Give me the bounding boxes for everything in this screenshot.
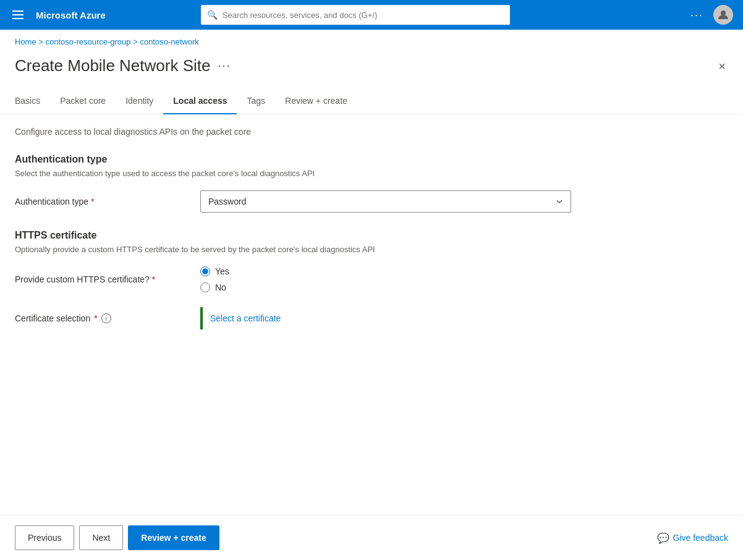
provide-cert-label: Provide custom HTTPS certificate? * <box>15 274 200 284</box>
page-header: Create Mobile Network Site ··· × <box>0 49 743 75</box>
cert-required-marker: * <box>94 313 97 323</box>
radio-yes-label: Yes <box>215 266 229 276</box>
auth-section: Authentication type Select the authentic… <box>15 154 728 213</box>
provide-cert-control: Yes No <box>200 266 571 292</box>
topbar: Microsoft Azure 🔍 ··· <box>0 0 743 30</box>
topbar-right: ··· <box>690 5 733 25</box>
tabs-container: Basics Packet core Identity Local access… <box>0 75 743 114</box>
cert-info-icon[interactable]: i <box>101 313 111 323</box>
auth-type-label: Authentication type * <box>15 197 200 206</box>
page-title-row: Create Mobile Network Site ··· <box>15 56 231 75</box>
page-title-more[interactable]: ··· <box>218 59 231 72</box>
cert-selection-control: Select a certificate <box>200 307 571 329</box>
tab-local-access[interactable]: Local access <box>163 91 237 114</box>
close-button[interactable]: × <box>716 57 728 75</box>
auth-type-control: Password AAD Certificate <box>200 190 571 213</box>
tab-packet-core[interactable]: Packet core <box>50 91 116 114</box>
cert-selection-label: Certificate selection <box>15 313 90 323</box>
provide-cert-required-marker: * <box>152 274 155 284</box>
app-title: Microsoft Azure <box>36 10 106 20</box>
breadcrumb: Home > contoso-resource-group > contoso-… <box>0 30 743 49</box>
auth-section-title: Authentication type <box>15 154 728 165</box>
avatar[interactable] <box>713 5 733 25</box>
breadcrumb-resource-group[interactable]: contoso-resource-group <box>46 37 131 46</box>
tab-review-create[interactable]: Review + create <box>275 91 357 114</box>
auth-required-marker: * <box>91 197 94 206</box>
cert-indicator <box>200 307 203 329</box>
search-input[interactable] <box>223 11 504 20</box>
radio-no-input[interactable] <box>200 282 210 292</box>
svg-point-0 <box>721 11 726 15</box>
radio-no-label: No <box>215 282 226 292</box>
cert-selection-label-wrap: Certificate selection * i <box>15 313 200 323</box>
search-bar[interactable]: 🔍 <box>201 5 510 25</box>
search-icon: 🔍 <box>207 10 218 20</box>
radio-group-cert: Yes No <box>200 266 571 292</box>
page-title: Create Mobile Network Site <box>15 56 210 75</box>
radio-yes[interactable]: Yes <box>200 266 571 276</box>
radio-yes-input[interactable] <box>200 266 210 276</box>
auth-type-row: Authentication type * Password AAD Certi… <box>15 190 728 213</box>
select-certificate-link[interactable]: Select a certificate <box>210 313 281 323</box>
cert-selection-row: Certificate selection * i Select a certi… <box>15 307 728 329</box>
https-section-title: HTTPS certificate <box>15 230 728 241</box>
topbar-more-icon[interactable]: ··· <box>690 9 703 22</box>
hamburger-menu[interactable] <box>10 8 26 22</box>
tab-identity[interactable]: Identity <box>116 91 163 114</box>
https-section: HTTPS certificate Optionally provide a c… <box>15 230 728 329</box>
tab-tags[interactable]: Tags <box>237 91 275 114</box>
breadcrumb-network[interactable]: contoso-network <box>140 37 198 46</box>
https-section-subtitle: Optionally provide a custom HTTPS certif… <box>15 245 728 254</box>
auth-section-subtitle: Select the authentication type used to a… <box>15 169 728 178</box>
section-description: Configure access to local diagnostics AP… <box>15 127 728 137</box>
breadcrumb-home[interactable]: Home <box>15 37 36 46</box>
radio-no[interactable]: No <box>200 282 571 292</box>
tab-basics[interactable]: Basics <box>15 91 50 114</box>
main-content: Configure access to local diagnostics AP… <box>0 114 743 485</box>
auth-type-select[interactable]: Password AAD Certificate <box>200 190 571 213</box>
provide-cert-row: Provide custom HTTPS certificate? * Yes … <box>15 266 728 292</box>
